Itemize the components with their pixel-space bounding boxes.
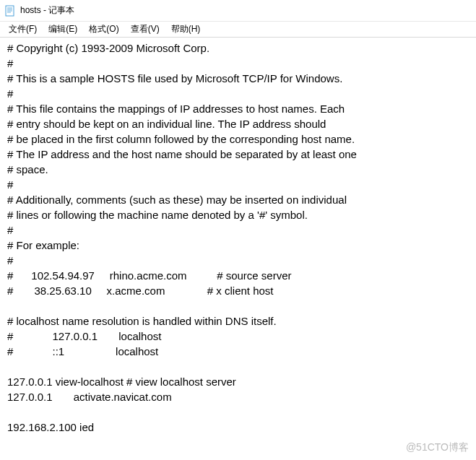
menubar: 文件(F) 编辑(E) 格式(O) 查看(V) 帮助(H): [0, 22, 476, 38]
text-editor-content[interactable]: # Copyright (c) 1993-2009 Microsoft Corp…: [0, 38, 476, 438]
menu-file[interactable]: 文件(F): [3, 22, 43, 37]
menu-help[interactable]: 帮助(H): [165, 22, 207, 37]
menu-format[interactable]: 格式(O): [83, 22, 124, 37]
window-title: hosts - 记事本: [20, 4, 74, 17]
titlebar: hosts - 记事本: [0, 0, 476, 22]
menu-view[interactable]: 查看(V): [125, 22, 165, 37]
notepad-icon: [4, 5, 16, 17]
watermark-text: @51CTO博客: [406, 441, 469, 454]
menu-edit[interactable]: 编辑(E): [43, 22, 83, 37]
